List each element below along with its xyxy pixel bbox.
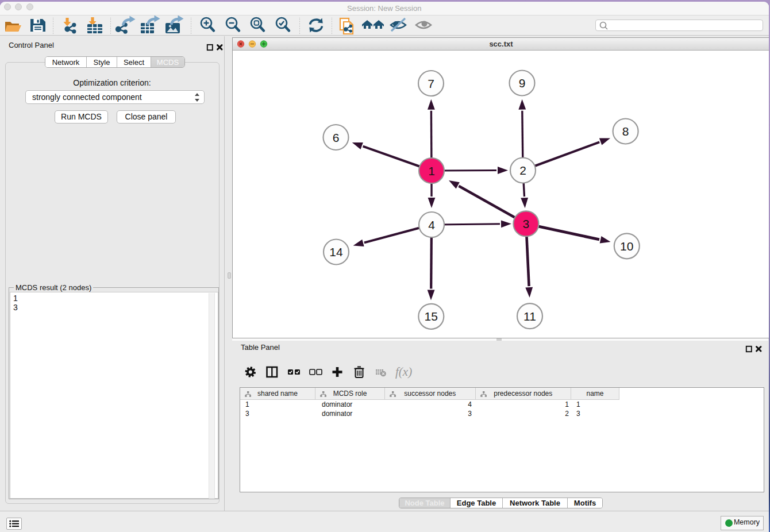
svg-text:7: 7: [428, 76, 434, 90]
svg-text:9: 9: [519, 76, 526, 90]
svg-text:f(x): f(x): [395, 365, 412, 379]
svg-text:2: 2: [519, 164, 526, 177]
svg-text:6: 6: [333, 130, 340, 144]
svg-text:10: 10: [620, 239, 633, 252]
svg-text:14: 14: [329, 245, 343, 259]
svg-text:3: 3: [523, 217, 530, 230]
svg-text:1: 1: [428, 164, 435, 177]
svg-text:4: 4: [428, 218, 435, 231]
svg-text:15: 15: [425, 310, 438, 323]
svg-text:8: 8: [622, 125, 629, 138]
svg-text:11: 11: [523, 309, 536, 322]
